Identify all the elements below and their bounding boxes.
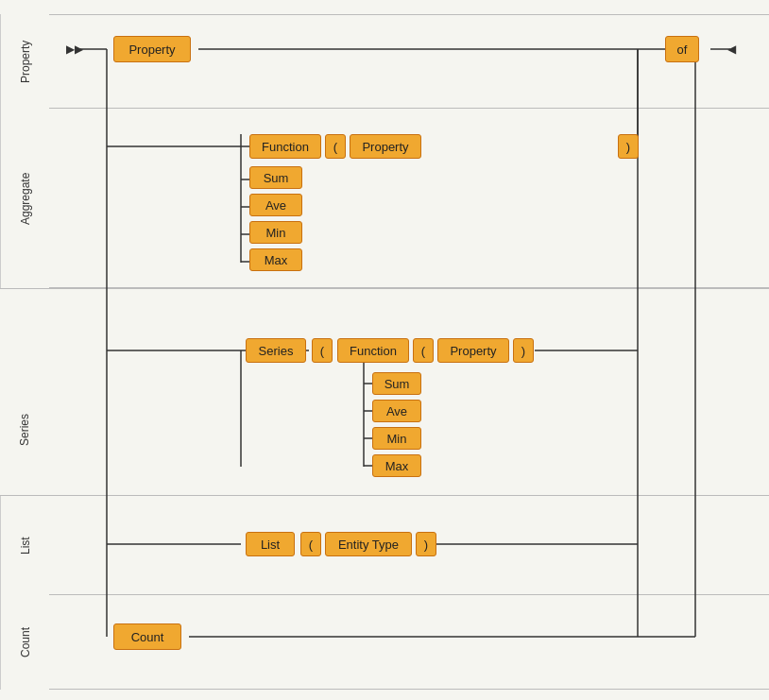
label-series: Series <box>0 368 49 491</box>
node-list[interactable]: List <box>246 532 295 556</box>
node-paren-open-2: ( <box>312 338 333 363</box>
node-function-agg[interactable]: Function <box>249 134 321 159</box>
node-paren-close-1: ) <box>618 134 639 159</box>
node-paren-close-4: ) <box>416 532 436 556</box>
node-property-series[interactable]: Property <box>437 338 509 363</box>
diagram-container: Property Aggregate Projections Series Li… <box>0 0 769 700</box>
node-sum-series[interactable]: Sum <box>372 372 421 395</box>
node-min-series[interactable]: Min <box>372 427 421 450</box>
node-max-agg[interactable]: Max <box>249 248 302 271</box>
label-count: Count <box>0 595 49 690</box>
label-list: List <box>0 496 49 595</box>
node-paren-open-3: ( <box>413 338 434 363</box>
node-property-agg[interactable]: Property <box>350 134 421 159</box>
node-sum-agg[interactable]: Sum <box>249 166 302 189</box>
node-count[interactable]: Count <box>113 623 181 650</box>
node-ave-series[interactable]: Ave <box>372 400 421 422</box>
node-ave-agg[interactable]: Ave <box>249 194 302 216</box>
node-min-agg[interactable]: Min <box>249 221 302 244</box>
node-paren-open-1: ( <box>325 134 346 159</box>
node-of[interactable]: of <box>665 36 699 62</box>
node-max-series[interactable]: Max <box>372 454 421 477</box>
label-property: Property <box>0 14 49 109</box>
node-function-series[interactable]: Function <box>337 338 409 363</box>
node-entity-type[interactable]: Entity Type <box>325 532 412 556</box>
node-series[interactable]: Series <box>246 338 306 363</box>
node-property-main[interactable]: Property <box>113 36 191 62</box>
label-aggregate: Aggregate <box>0 109 49 288</box>
node-paren-open-4: ( <box>300 532 321 556</box>
node-paren-close-2: ) <box>513 338 534 363</box>
